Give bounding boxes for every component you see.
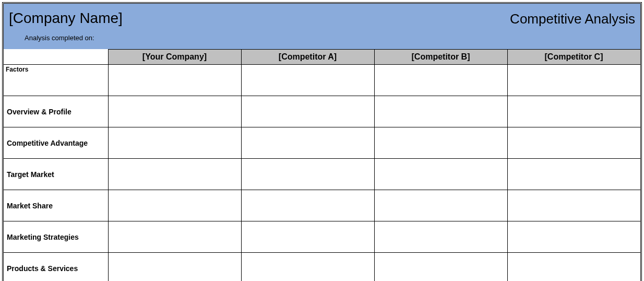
row-label-target-market: Target Market xyxy=(4,159,108,190)
cell-competitor-a[interactable] xyxy=(241,96,374,127)
factors-section-row: Factors xyxy=(4,65,640,96)
cell-competitor-a[interactable] xyxy=(241,221,374,253)
factors-section-label: Factors xyxy=(4,65,108,96)
cell-your-company[interactable] xyxy=(108,159,241,190)
cell-competitor-b[interactable] xyxy=(374,96,507,127)
row-label-advantage: Competitive Advantage xyxy=(4,127,108,159)
row-label-products: Products & Services xyxy=(4,253,108,282)
table-row: Target Market xyxy=(4,159,640,190)
column-header-competitor-a: [Competitor A] xyxy=(241,50,374,65)
cell-competitor-b[interactable] xyxy=(374,127,507,159)
column-header-row: [Your Company] [Competitor A] [Competito… xyxy=(4,50,640,65)
cell-competitor-c[interactable] xyxy=(507,253,640,282)
cell-your-company[interactable] xyxy=(108,127,241,159)
cell-blank xyxy=(241,65,374,96)
cell-competitor-a[interactable] xyxy=(241,159,374,190)
analysis-date-label: Analysis completed on: xyxy=(25,34,123,42)
row-label-marketing: Marketing Strategies xyxy=(4,221,108,253)
cell-competitor-b[interactable] xyxy=(374,221,507,253)
document-header: [Company Name] Analysis completed on: Co… xyxy=(4,4,640,49)
row-label-overview: Overview & Profile xyxy=(4,96,108,127)
table-row: Marketing Strategies xyxy=(4,221,640,253)
column-header-your-company: [Your Company] xyxy=(108,50,241,65)
cell-blank xyxy=(374,65,507,96)
report-title: Competitive Analysis xyxy=(510,11,635,27)
analysis-table: [Your Company] [Competitor A] [Competito… xyxy=(4,49,641,281)
cell-competitor-a[interactable] xyxy=(241,127,374,159)
cell-competitor-a[interactable] xyxy=(241,253,374,282)
row-label-market-share: Market Share xyxy=(4,190,108,221)
cell-competitor-c[interactable] xyxy=(507,221,640,253)
cell-competitor-a[interactable] xyxy=(241,190,374,221)
cell-competitor-c[interactable] xyxy=(507,96,640,127)
table-row: Products & Services xyxy=(4,253,640,282)
table-row: Overview & Profile xyxy=(4,96,640,127)
competitive-analysis-document: [Company Name] Analysis completed on: Co… xyxy=(2,2,642,281)
header-left: [Company Name] Analysis completed on: xyxy=(9,10,123,42)
company-name-placeholder: [Company Name] xyxy=(9,10,123,27)
cell-blank xyxy=(507,65,640,96)
cell-competitor-b[interactable] xyxy=(374,190,507,221)
cell-competitor-b[interactable] xyxy=(374,159,507,190)
cell-your-company[interactable] xyxy=(108,253,241,282)
cell-competitor-b[interactable] xyxy=(374,253,507,282)
cell-blank xyxy=(108,65,241,96)
cell-competitor-c[interactable] xyxy=(507,190,640,221)
cell-competitor-c[interactable] xyxy=(507,127,640,159)
column-header-competitor-c: [Competitor C] xyxy=(507,50,640,65)
column-header-competitor-b: [Competitor B] xyxy=(374,50,507,65)
cell-your-company[interactable] xyxy=(108,190,241,221)
cell-your-company[interactable] xyxy=(108,96,241,127)
table-row: Market Share xyxy=(4,190,640,221)
cell-competitor-c[interactable] xyxy=(507,159,640,190)
table-row: Competitive Advantage xyxy=(4,127,640,159)
column-header-blank xyxy=(4,50,108,65)
cell-your-company[interactable] xyxy=(108,221,241,253)
